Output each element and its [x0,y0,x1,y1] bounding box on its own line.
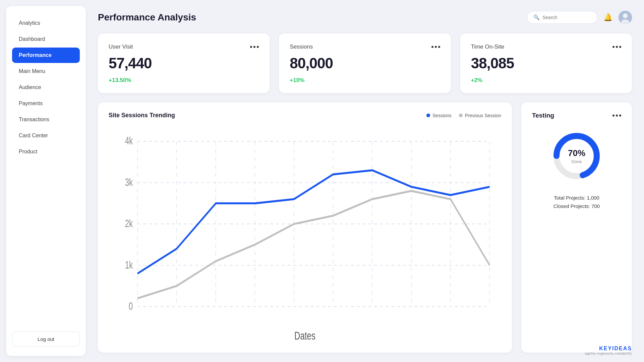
header-right: 🔍 🔔 [527,11,632,24]
sidebar-nav: AnalyticsDashboardPerformanceMain MenuAu… [6,15,86,325]
testing-dots-menu[interactable] [612,115,621,117]
kpi-value-2: 38,085 [471,55,621,72]
sessions-chart: 4k3k2k1k0Dates [109,126,501,346]
sidebar-logout-section: Log out [12,332,80,347]
kpi-dots-0[interactable] [250,46,259,48]
testing-header: Testing [532,112,621,119]
sidebar-item-main-menu[interactable]: Main Menu [12,64,80,79]
page-title: Performance Analysis [98,12,196,23]
chart-area: 4k3k2k1k0Dates [109,126,501,346]
main-content: Performance Analysis 🔍 🔔 User Visit 57,4… [86,0,644,362]
chart-header: Site Sessions Trending SessionsPrevious … [109,112,501,119]
legend-dot-1 [459,114,463,117]
kpi-change-1: +10% [290,77,440,84]
testing-stats: Total Projects: 1,000 Closed Projects: 7… [532,195,621,212]
search-input[interactable] [542,15,589,20]
kpi-label-1: Sessions [290,44,313,50]
svg-text:1k: 1k [125,259,133,271]
legend-label-0: Sessions [432,113,452,118]
logout-button[interactable]: Log out [12,332,80,347]
kpi-change-0: +13.50% [109,77,259,84]
donut-percent: 70% [568,148,585,158]
svg-text:0: 0 [129,301,133,312]
donut-center: 70% Done [568,148,585,164]
testing-title: Testing [532,112,554,119]
chart-card: Site Sessions Trending SessionsPrevious … [98,102,512,353]
avatar[interactable] [619,11,632,24]
closed-projects: Closed Projects: 700 [532,203,621,209]
notification-bell-icon[interactable]: 🔔 [603,13,612,22]
chart-legend: SessionsPrevious Session [426,113,501,118]
donut-chart-container: 70% Done [550,129,603,183]
kpi-card-1: Sessions 80,000 +10% [279,33,451,93]
bottom-row: Site Sessions Trending SessionsPrevious … [98,102,632,353]
kpi-header-1: Sessions [290,44,440,50]
page-header: Performance Analysis 🔍 🔔 [98,11,632,24]
sidebar-item-product[interactable]: Product [12,144,80,159]
brand-name: KEYIDEAS [585,346,632,352]
kpi-label-2: Time On-Site [471,44,505,50]
total-projects: Total Projects: 1,000 [532,195,621,201]
legend-label-1: Previous Session [465,113,501,118]
legend-item-1: Previous Session [459,113,501,118]
brand-tagline: agility-ingenuity-reliability [585,352,632,355]
kpi-value-0: 57,440 [109,55,259,72]
search-bar[interactable]: 🔍 [527,11,597,24]
svg-point-1 [623,13,628,18]
kpi-value-1: 80,000 [290,55,440,72]
kpi-row: User Visit 57,440 +13.50% Sessions 80,00… [98,33,632,93]
kpi-change-2: +2% [471,77,621,84]
sidebar-item-analytics[interactable]: Analytics [12,15,80,31]
svg-text:2k: 2k [125,218,133,229]
svg-text:Dates: Dates [294,330,315,342]
sidebar-item-dashboard[interactable]: Dashboard [12,31,80,47]
sidebar-item-performance[interactable]: Performance [12,48,80,63]
sidebar-item-card-center[interactable]: Card Center [12,128,80,143]
legend-dot-0 [426,114,430,117]
sidebar: AnalyticsDashboardPerformanceMain MenuAu… [6,6,86,356]
chart-title: Site Sessions Trending [109,112,175,119]
sidebar-item-payments[interactable]: Payments [12,96,80,111]
svg-text:4k: 4k [125,135,133,147]
kpi-header-0: User Visit [109,44,259,50]
kpi-card-2: Time On-Site 38,085 +2% [460,33,632,93]
sidebar-item-audience[interactable]: Audience [12,80,80,95]
donut-done-label: Done [568,159,585,164]
kpi-card-0: User Visit 57,440 +13.50% [98,33,270,93]
svg-text:3k: 3k [125,176,133,188]
sidebar-item-transactions[interactable]: Transactions [12,112,80,127]
kpi-label-0: User Visit [109,44,133,50]
legend-item-0: Sessions [426,113,452,118]
kpi-header-2: Time On-Site [471,44,621,50]
branding: KEYIDEAS agility-ingenuity-reliability [585,346,632,355]
kpi-dots-1[interactable] [431,46,440,48]
testing-card: Testing 70% Done Total Projects: 1,000 C… [521,102,632,353]
kpi-dots-2[interactable] [612,46,621,48]
search-icon: 🔍 [533,14,540,20]
